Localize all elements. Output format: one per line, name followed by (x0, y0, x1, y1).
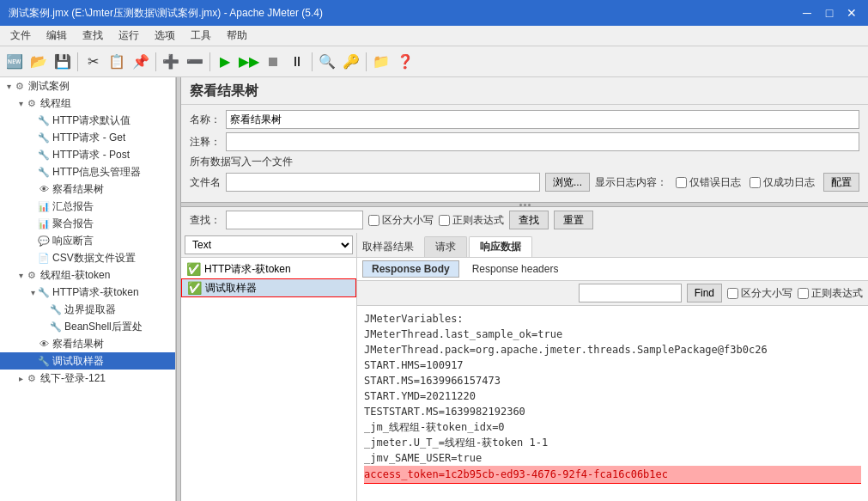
menu-item-工具[interactable]: 工具 (184, 27, 218, 45)
response-find-button[interactable]: Find (687, 284, 722, 302)
tree-item[interactable]: ▾⚙测试案例 (0, 77, 175, 95)
result-item-label: 调试取样器 (205, 281, 257, 296)
tree-item[interactable]: ▾⚙线程组 (0, 95, 175, 112)
errors-only-option[interactable]: 仅错误日志 (676, 175, 741, 190)
tree-item[interactable]: 🔧边界提取器 (0, 301, 175, 318)
case-sensitive-checkbox[interactable] (368, 215, 379, 226)
cut-button[interactable]: ✂ (82, 51, 104, 73)
tree-item[interactable]: 💬响应断言 (0, 232, 175, 249)
resp-tab-body[interactable]: Response Body (362, 260, 459, 278)
name-row: 名称： (190, 110, 859, 129)
errors-only-checkbox[interactable] (676, 177, 687, 188)
file-input[interactable] (226, 173, 540, 192)
resp-case-checkbox[interactable] (727, 288, 738, 299)
response-line: JMeterThread.pack=org.apache.jmeter.thre… (364, 342, 861, 357)
tree-item[interactable]: 🔧HTTP请求 - Post (0, 146, 175, 163)
maximize-button[interactable]: □ (822, 5, 837, 21)
resp-tab-headers[interactable]: Response headers (463, 260, 568, 278)
tree-item[interactable]: 📄CSV数据文件设置 (0, 249, 175, 266)
remove-button[interactable]: ➖ (184, 51, 206, 73)
tree-item[interactable]: 🔧HTTP信息头管理器 (0, 163, 175, 180)
tree-expand-icon[interactable]: ▾ (15, 271, 26, 280)
menu-item-选项[interactable]: 选项 (148, 27, 182, 45)
tree-item[interactable]: ▾⚙线程组-获token (0, 266, 175, 284)
menu-item-查找[interactable]: 查找 (76, 27, 110, 45)
results-type-select[interactable]: Text (185, 235, 353, 254)
tree-node-icon: 🔧 (38, 115, 50, 126)
stop-button[interactable]: ⏹ (262, 51, 284, 73)
response-line: _jmeter.U_T_=线程组-获token 1-1 (364, 435, 861, 450)
section-title: 所有数据写入一个文件 (190, 155, 859, 169)
tree-item[interactable]: 📊汇总报告 (0, 198, 175, 215)
tree-item[interactable]: 🔧HTTP请求 - Get (0, 129, 175, 146)
sep5 (366, 52, 367, 71)
clear-button[interactable]: 🔍 (316, 51, 338, 73)
tree-item[interactable]: 🔧BeanShell后置处 (0, 318, 175, 335)
menu-item-帮助[interactable]: 帮助 (220, 27, 254, 45)
browse-remote-button[interactable]: 📁 (370, 51, 392, 73)
tree-node-label: 测试案例 (28, 79, 70, 94)
menu-item-运行[interactable]: 运行 (112, 27, 146, 45)
search-label: 查找： (190, 213, 221, 228)
help-button[interactable]: ❓ (394, 51, 416, 73)
config-button[interactable]: 配置 (823, 173, 859, 192)
toolbar: 🆕 📂 💾 ✂ 📋 📌 ➕ ➖ ▶ ▶▶ ⏹ ⏸ 🔍 🔑 📁 ❓ (0, 46, 868, 77)
success-only-option[interactable]: 仅成功日志 (750, 175, 815, 190)
right-panel: 察看结果树 名称： 注释： 所有数据写入一个文件 文件名 浏览... 显示日志内… (181, 77, 868, 501)
browse-button[interactable]: 浏览... (545, 173, 590, 192)
start-no-pause-button[interactable]: ▶▶ (238, 51, 260, 73)
clear-all-button[interactable]: 🔑 (340, 51, 362, 73)
response-line: _jm_线程组-获token_idx=0 (364, 419, 861, 435)
tree-node-label: 线程组-获token (40, 268, 110, 283)
regex-option[interactable]: 正则表达式 (439, 213, 504, 228)
resp-case-option[interactable]: 区分大小写 (727, 286, 792, 301)
dot3 (528, 204, 531, 206)
shutdown-button[interactable]: ⏸ (286, 51, 308, 73)
tree-item[interactable]: 👁察看结果树 (0, 180, 175, 198)
tree-node-label: HTTP请求 - Post (52, 148, 130, 162)
new-button[interactable]: 🆕 (3, 51, 26, 73)
result-item[interactable]: ✅调试取样器 (181, 278, 356, 297)
response-find-input[interactable] (579, 284, 682, 302)
paste-button[interactable]: 📌 (130, 51, 152, 73)
regex-checkbox[interactable] (439, 215, 450, 226)
result-item[interactable]: ✅HTTP请求-获token (181, 260, 356, 278)
tab-response-data[interactable]: 响应数据 (469, 236, 532, 257)
tree-item[interactable]: 📊聚合报告 (0, 215, 175, 232)
tree-item[interactable]: 🔧调试取样器 (0, 352, 175, 370)
search-input[interactable] (226, 211, 363, 229)
start-button[interactable]: ▶ (214, 51, 236, 73)
tree-item[interactable]: ▾🔧HTTP请求-获token (0, 284, 175, 301)
tree-expand-icon[interactable]: ▸ (15, 374, 26, 383)
comment-input[interactable] (226, 132, 859, 151)
tree-item[interactable]: ▸⚙线下-登录-121 (0, 370, 175, 387)
case-sensitive-option[interactable]: 区分大小写 (368, 213, 434, 228)
tree-panel: ▾⚙测试案例▾⚙线程组🔧HTTP请求默认值🔧HTTP请求 - Get🔧HTTP请… (0, 77, 176, 501)
resp-regex-checkbox[interactable] (798, 288, 809, 299)
tree-expand-icon[interactable]: ▾ (3, 82, 14, 91)
title-bar: 测试案例.jmx (E:\Jmter压测数据\测试案例.jmx) - Apach… (0, 0, 868, 26)
success-only-checkbox[interactable] (750, 177, 761, 188)
tree-node-label: BeanShell后置处 (64, 320, 143, 334)
open-button[interactable]: 📂 (27, 51, 50, 73)
tree-node-icon: 🔧 (50, 304, 62, 315)
add-button[interactable]: ➕ (160, 51, 182, 73)
close-button[interactable]: ✕ (844, 5, 859, 21)
menu-item-文件[interactable]: 文件 (3, 27, 38, 45)
name-input[interactable] (226, 110, 859, 129)
response-line: START.YMD=20211220 (364, 388, 861, 404)
tree-expand-icon[interactable]: ▾ (27, 288, 38, 297)
menu-item-编辑[interactable]: 编辑 (39, 27, 74, 45)
copy-button[interactable]: 📋 (106, 51, 128, 73)
tree-item[interactable]: 🔧HTTP请求默认值 (0, 112, 175, 129)
resp-regex-option[interactable]: 正则表达式 (798, 286, 863, 301)
save-button[interactable]: 💾 (52, 51, 74, 73)
file-label: 文件名 (190, 175, 221, 190)
find-button[interactable]: 查找 (509, 211, 549, 229)
tree-item[interactable]: 👁察看结果树 (0, 335, 175, 352)
minimize-button[interactable]: ─ (799, 5, 815, 21)
tree-expand-icon[interactable]: ▾ (15, 99, 26, 108)
reset-button[interactable]: 重置 (554, 211, 593, 229)
horizontal-splitter-1[interactable] (181, 202, 868, 207)
tab-request[interactable]: 请求 (424, 236, 467, 257)
